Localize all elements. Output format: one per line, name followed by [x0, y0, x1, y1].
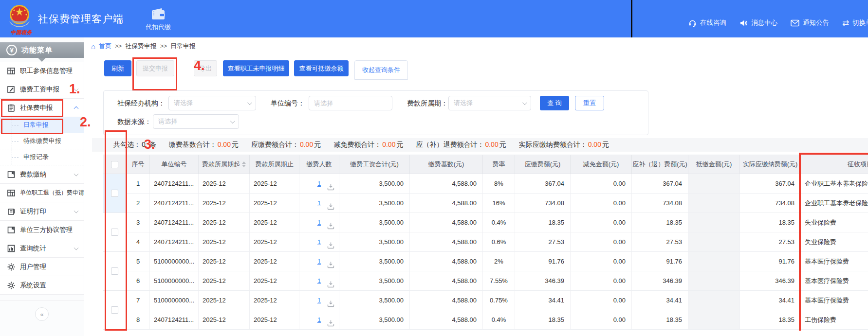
cell-unit-no: 2407124211... — [150, 194, 199, 212]
export-button[interactable]: 导出 — [194, 60, 217, 76]
sidebar-collapse-button[interactable]: « — [35, 307, 49, 321]
cell-offset — [688, 291, 740, 310]
cell-levy-item: 失业保险费 — [801, 213, 868, 232]
cell-levy-item: 基本医疗保险费 — [801, 291, 868, 310]
view-undeclared-button[interactable]: 查看职工未申报明细 — [223, 60, 289, 76]
download-icon[interactable] — [327, 261, 334, 268]
sidebar-item-query-statistics[interactable]: 查询统计 — [0, 239, 84, 258]
cell-rate: 0.6% — [483, 232, 515, 251]
cell-actual: 18.35 — [740, 213, 801, 232]
people-count-link[interactable]: 1 — [317, 180, 321, 187]
people-count-link[interactable]: 1 — [317, 316, 321, 323]
row-checkbox[interactable] — [111, 190, 118, 197]
breadcrumb-home[interactable]: 首页 — [99, 42, 111, 51]
sidebar-item-special-declare[interactable]: 特殊缴费申报 — [0, 133, 84, 149]
download-icon[interactable] — [327, 183, 334, 191]
cell-seq: 2 — [127, 194, 150, 212]
download-icon[interactable] — [327, 242, 334, 249]
sidebar-item-system-settings[interactable]: 系统设置 — [0, 276, 84, 295]
row-checkbox[interactable] — [111, 267, 118, 275]
sidebar-item-tripartite-agreement[interactable]: 单位三方协议管理 — [0, 221, 84, 239]
sidebar-item-employee-info[interactable]: 职工参保信息管理 — [0, 62, 84, 80]
sidebar-item-social-declare[interactable]: 社保费申报 — [0, 99, 84, 117]
switch-icon: ⇄ — [842, 19, 849, 27]
header-nav: 在线咨询 消息中心 通知公告 ⇄ 切换单 — [688, 18, 868, 27]
people-count-link[interactable]: 1 — [317, 297, 321, 304]
cell-levy-item: 基本医疗保险费 — [801, 271, 868, 290]
cell-period-end: 2025-12 — [250, 232, 299, 251]
cell-rate: 2% — [483, 252, 515, 271]
unit-no-input[interactable] — [309, 96, 392, 110]
submit-declare-button[interactable]: 提交申报 — [136, 60, 174, 76]
reset-button[interactable]: 重置 — [575, 96, 604, 110]
sidebar-item-user-manage[interactable]: 用户管理 — [0, 258, 84, 276]
summary-total-item: 减免费额合计：0.00元 — [333, 141, 403, 149]
org-select[interactable]: 请选择 — [168, 96, 256, 110]
cell-salary-total: 3,500.00 — [339, 252, 410, 271]
cell-levy-item: 失业保险费 — [801, 232, 868, 251]
filter-panel: 社保经办机构： 请选择 单位编号： 费款所属期： 请选择 查 询 重置 数据来源… — [103, 90, 648, 135]
table-row: 3 2407124211... 2025-12 2025-12 1 3,500.… — [127, 213, 868, 232]
cell-levy-item: 企业职工基本养老保险费 — [801, 194, 868, 212]
cell-people: 1 — [299, 232, 339, 251]
nav-online-consult-label: 在线咨询 — [700, 18, 726, 27]
unit-no-label: 单位编号： — [271, 96, 305, 110]
download-icon[interactable] — [327, 300, 334, 307]
cell-salary-total: 3,500.00 — [339, 174, 410, 193]
select-all-checkbox[interactable] — [111, 161, 118, 168]
search-button[interactable]: 查 询 — [540, 96, 569, 110]
cell-base: 4,588.00 — [410, 291, 483, 310]
cell-reduction: 0.00 — [571, 194, 632, 212]
tab-withhold[interactable]: 代扣代缴 — [137, 8, 179, 32]
sidebar-item-fee-payment[interactable]: 费款缴纳 — [0, 165, 84, 184]
download-icon[interactable] — [327, 203, 334, 210]
cell-people: 1 — [299, 213, 339, 232]
cell-salary-total: 3,500.00 — [339, 213, 410, 232]
cell-unit-no: 2407124211... — [150, 213, 199, 232]
refresh-button[interactable]: 刷新 — [104, 60, 131, 76]
row-checkbox[interactable] — [111, 229, 118, 236]
sidebar-item-declare-records[interactable]: 申报记录 — [0, 149, 84, 165]
sidebar-item-salary-declare[interactable]: 缴费工资申报 — [0, 80, 84, 99]
view-offset-balance-button[interactable]: 查看可抵缴余额 — [294, 60, 349, 76]
cell-seq: 7 — [127, 291, 150, 310]
cell-offset — [688, 252, 740, 271]
nav-message-center[interactable]: 消息中心 — [739, 18, 777, 27]
cell-period-start: 2025-12 — [199, 213, 250, 232]
nav-switch-unit[interactable]: ⇄ 切换单 — [842, 18, 868, 27]
cell-period-start: 2025-12 — [199, 232, 250, 251]
nav-notice[interactable]: 通知公告 — [791, 18, 829, 27]
sidebar-item-refund-manage[interactable]: 单位职工退（抵）费申请管理 — [0, 184, 84, 202]
people-count-link[interactable]: 1 — [317, 258, 321, 265]
download-icon[interactable] — [327, 222, 334, 230]
cell-offset — [688, 310, 740, 329]
period-select[interactable]: 请选择 — [448, 96, 531, 110]
gear-icon — [7, 282, 15, 289]
summary-bar: 共勾选：0 条 缴费基数合计：0.00元 应缴费额合计：0.00元 减免费额合计… — [92, 138, 868, 152]
row-group-checkbox-cell — [103, 252, 127, 291]
people-count-link[interactable]: 1 — [317, 238, 321, 246]
data-source-select[interactable]: 请选择 — [153, 114, 239, 129]
sidebar-item-daily-declare[interactable]: 日常申报 — [0, 117, 84, 133]
summary-total-item: 应缴费额合计：0.00元 — [251, 141, 321, 149]
row-group-checkbox-cell — [103, 213, 127, 252]
cell-payable: 734.08 — [515, 194, 571, 212]
cell-salary-total: 3,500.00 — [339, 271, 410, 290]
collapse-query-tab[interactable]: 收起查询条件 — [354, 60, 408, 80]
cell-people: 1 — [299, 174, 339, 193]
cell-unit-no: 2407124211... — [150, 310, 199, 329]
people-count-link[interactable]: 1 — [317, 199, 321, 207]
table-header: 序号 单位编号 费款所属期起 费款所属期止 缴费人数 缴费工资合计(元) 缴费基… — [103, 155, 868, 174]
cell-payable: 346.39 — [515, 271, 571, 290]
cell-base: 4,588.00 — [410, 252, 483, 271]
sort-icon[interactable] — [242, 161, 246, 167]
download-icon[interactable] — [327, 319, 334, 327]
breadcrumb-level1: 社保费申报 — [125, 42, 157, 51]
people-count-link[interactable]: 1 — [317, 219, 321, 226]
nav-online-consult[interactable]: 在线咨询 — [688, 18, 726, 27]
people-count-link[interactable]: 1 — [317, 277, 321, 284]
print-icon — [7, 208, 15, 215]
download-icon[interactable] — [327, 281, 334, 288]
sidebar-item-cert-print[interactable]: 证明打印 — [0, 202, 84, 221]
row-checkbox[interactable] — [111, 306, 118, 314]
